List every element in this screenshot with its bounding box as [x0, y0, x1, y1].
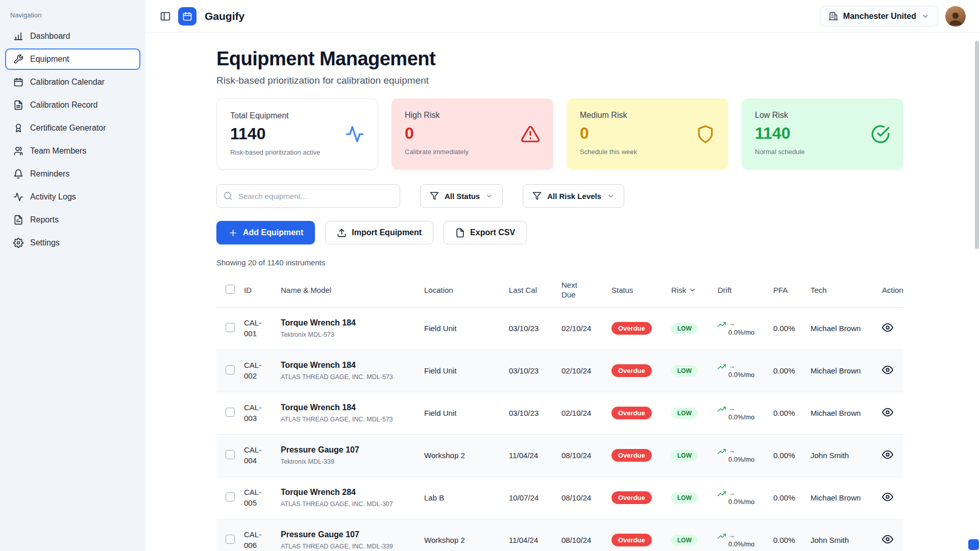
cell-id: CAL-005 — [240, 477, 277, 519]
view-details-button[interactable] — [882, 364, 893, 375]
table-row[interactable]: CAL-006Pressure Gauge 107ATLAS THREAD GA… — [216, 519, 903, 551]
cell-drift: →0.0%/mo — [709, 307, 765, 349]
cell-tech: Michael Brown — [802, 307, 874, 349]
risk-sort-icon[interactable] — [689, 286, 696, 294]
bell-icon — [13, 169, 23, 179]
cell-tech: Michael Brown — [802, 392, 874, 434]
stat-card-medium-risk: Medium Risk 0 Schedule this week — [567, 98, 728, 170]
view-details-button[interactable] — [882, 407, 893, 418]
cell-next-due: 02/10/24 — [553, 307, 603, 349]
search-box — [216, 184, 400, 208]
row-checkbox[interactable] — [226, 323, 235, 332]
equipment-model: ATLAS THREAD GAGE, INC. MDL-573 — [281, 373, 411, 381]
avatar[interactable] — [945, 6, 966, 27]
stat-value: 1140 — [230, 124, 364, 143]
table-row[interactable]: CAL-005Torque Wrench 284ATLAS THREAD GAG… — [216, 477, 903, 519]
sidebar-toggle-button[interactable] — [160, 11, 171, 22]
search-input[interactable] — [216, 184, 400, 208]
stat-card-total: Total Equipment 1140 Risk-based prioriti… — [216, 98, 378, 170]
scrollbar-thumb[interactable] — [975, 41, 979, 249]
cell-next-due: 08/10/24 — [553, 434, 603, 477]
select-all-checkbox[interactable] — [226, 285, 235, 294]
view-details-button[interactable] — [882, 322, 893, 333]
status-filter-value: All Status — [445, 192, 480, 201]
cell-next-due: 02/10/24 — [553, 392, 603, 434]
risk-badge: LOW — [671, 365, 698, 377]
cell-next-due: 02/10/24 — [553, 349, 603, 392]
cell-status: Overdue — [603, 307, 663, 349]
stat-label: Medium Risk — [580, 111, 715, 120]
export-csv-button[interactable]: Export CSV — [444, 221, 527, 244]
sidebar-item-dashboard[interactable]: Dashboard — [5, 26, 140, 47]
cell-name-model: Pressure Gauge 107Tektronix MDL-339 — [277, 434, 416, 477]
cell-status: Overdue — [603, 349, 663, 392]
row-checkbox[interactable] — [226, 492, 235, 502]
table-row[interactable]: CAL-002Torque Wrench 184ATLAS THREAD GAG… — [216, 349, 903, 392]
check-circle-icon — [871, 124, 890, 144]
sidebar-item-calibration-calendar[interactable]: Calibration Calendar — [5, 71, 140, 93]
status-badge: Overdue — [611, 407, 652, 419]
certificate-icon — [13, 123, 23, 133]
sidebar-item-label: Reports — [30, 215, 59, 224]
row-checkbox[interactable] — [226, 535, 235, 544]
cell-next-due: 08/10/24 — [553, 477, 603, 519]
sidebar-item-label: Settings — [30, 238, 60, 247]
scrollbar-track[interactable] — [974, 0, 980, 551]
cell-risk: LOW — [663, 392, 709, 434]
row-checkbox[interactable] — [226, 408, 235, 417]
cell-last-cal: 03/10/23 — [501, 349, 553, 392]
stat-value: 0 — [405, 124, 540, 143]
view-details-button[interactable] — [882, 534, 893, 545]
header-drift: Drift — [709, 273, 765, 307]
wrench-icon — [13, 54, 23, 64]
status-filter[interactable]: All Status — [420, 184, 503, 208]
sidebar-item-calibration-record[interactable]: Calibration Record — [5, 94, 140, 116]
sidebar-item-certificate-generator[interactable]: Certificate Generator — [5, 117, 140, 139]
row-checkbox[interactable] — [226, 450, 235, 459]
view-details-button[interactable] — [882, 491, 893, 503]
trending-icon — [718, 532, 726, 540]
sidebar-item-label: Certificate Generator — [30, 123, 106, 133]
cell-actions — [874, 477, 903, 519]
scroll-corner-indicator[interactable] — [968, 539, 979, 550]
table-row[interactable]: CAL-003Torque Wrench 184ATLAS THREAD GAG… — [216, 392, 903, 434]
cell-location: Workshop 2 — [416, 434, 501, 477]
cell-risk: LOW — [663, 434, 709, 477]
risk-filter[interactable]: All Risk Levels — [523, 184, 624, 208]
trending-icon — [718, 363, 726, 371]
header-location: Location — [416, 273, 501, 307]
page-subtitle: Risk-based prioritization for calibratio… — [216, 75, 903, 86]
sidebar-section-label: Navigation — [0, 9, 145, 24]
sidebar-item-label: Equipment — [30, 55, 69, 64]
sidebar-item-reports[interactable]: Reports — [5, 209, 140, 231]
table-row[interactable]: CAL-004Pressure Gauge 107Tektronix MDL-3… — [216, 434, 903, 477]
sidebar-item-team-members[interactable]: Team Members — [5, 140, 140, 162]
chart-bar-icon — [13, 31, 23, 41]
cell-location: Field Unit — [416, 349, 501, 392]
add-equipment-button[interactable]: Add Equipment — [216, 221, 315, 244]
cell-last-cal: 11/04/24 — [501, 519, 553, 551]
panel-toggle-icon — [160, 11, 171, 22]
sidebar-item-equipment[interactable]: Equipment — [5, 48, 140, 70]
sidebar-item-reminders[interactable]: Reminders — [5, 163, 140, 185]
sidebar-item-settings[interactable]: Settings — [5, 232, 140, 254]
cell-risk: LOW — [663, 519, 709, 551]
import-equipment-button[interactable]: Import Equipment — [325, 221, 433, 244]
risk-badge: LOW — [671, 323, 698, 334]
cell-tech: Michael Brown — [802, 477, 874, 519]
org-name: Manchester United — [843, 12, 916, 21]
table-row[interactable]: CAL-001Torque Wrench 184Tektronix MDL-57… — [216, 307, 903, 349]
cell-status: Overdue — [603, 434, 663, 477]
plus-icon — [228, 228, 238, 238]
sidebar-item-activity-logs[interactable]: Activity Logs — [5, 186, 140, 208]
search-icon — [223, 191, 233, 201]
org-selector[interactable]: Manchester United — [820, 6, 938, 27]
trending-icon — [718, 490, 726, 498]
view-details-button[interactable] — [882, 449, 893, 460]
trending-icon — [718, 447, 726, 456]
cell-pfa: 0.00% — [765, 392, 802, 434]
row-checkbox[interactable] — [226, 365, 235, 374]
cell-last-cal: 11/04/24 — [501, 434, 553, 477]
app-root: Navigation DashboardEquipmentCalibration… — [0, 0, 980, 551]
cell-drift: →0.0%/mo — [709, 434, 765, 477]
